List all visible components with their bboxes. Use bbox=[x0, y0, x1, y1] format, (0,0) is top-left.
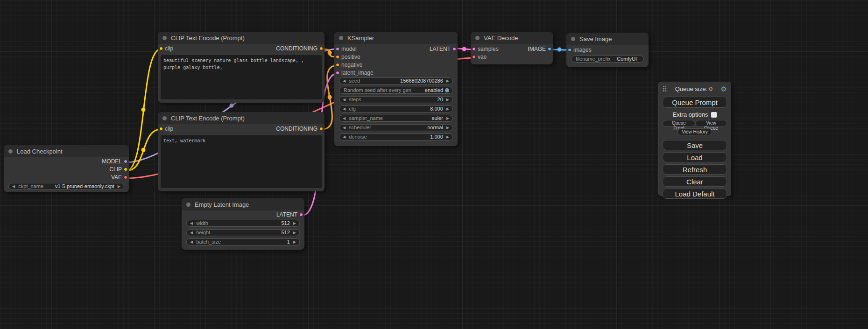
input-dot-latent-image[interactable] bbox=[336, 71, 339, 75]
node-title-bar[interactable]: Save Image bbox=[566, 33, 649, 45]
input-dot-model[interactable] bbox=[336, 47, 339, 51]
widget-seed[interactable]: ◀ seed 156680208700286 ▶ bbox=[339, 77, 453, 84]
drag-handle-icon[interactable] bbox=[663, 85, 667, 92]
collapse-dot-icon[interactable] bbox=[339, 36, 343, 40]
output-label: VAE bbox=[111, 174, 122, 181]
collapse-dot-icon[interactable] bbox=[162, 116, 167, 120]
node-title-bar[interactable]: VAE Decode bbox=[471, 32, 553, 44]
widget-sampler-name[interactable]: ◀ sampler_name euler ▶ bbox=[339, 115, 453, 122]
node-ksampler[interactable]: KSampler model LATENT positive negative … bbox=[334, 32, 458, 146]
node-title: Load Checkpoint bbox=[17, 148, 63, 155]
widget-value: normal bbox=[427, 125, 443, 130]
prompt-textarea[interactable]: beautiful scenery nature glass bottle la… bbox=[161, 55, 322, 99]
collapse-dot-icon[interactable] bbox=[571, 37, 575, 41]
input-label: negative bbox=[341, 62, 362, 68]
output-dot-conditioning[interactable] bbox=[319, 127, 323, 131]
left-arrow-icon[interactable]: ◀ bbox=[343, 126, 346, 130]
output-slot-latent: LATENT bbox=[182, 210, 304, 218]
widget-denoise[interactable]: ◀ denoise 1.000 ▶ bbox=[339, 133, 453, 140]
node-empty-latent-image[interactable]: Empty Latent Image LATENT ◀ width 512 ▶ … bbox=[182, 198, 304, 250]
left-arrow-icon[interactable]: ◀ bbox=[12, 185, 15, 189]
right-arrow-icon[interactable]: ▶ bbox=[446, 135, 449, 139]
right-arrow-icon[interactable]: ▶ bbox=[446, 107, 449, 111]
widget-cfg[interactable]: ◀ cfg 8.000 ▶ bbox=[339, 105, 453, 112]
widget-width[interactable]: ◀ width 512 ▶ bbox=[186, 220, 300, 227]
input-slot-latent-image: latent_image bbox=[334, 69, 458, 77]
widget-ckpt-name[interactable]: ◀ ckpt_name v1-5-pruned-emaonly.ckpt ▶ bbox=[8, 183, 124, 190]
node-title-bar[interactable]: KSampler bbox=[334, 32, 458, 44]
input-dot-clip[interactable] bbox=[159, 127, 163, 131]
left-arrow-icon[interactable]: ◀ bbox=[343, 117, 346, 120]
widget-value: euler bbox=[431, 116, 443, 121]
input-dot-positive[interactable] bbox=[336, 55, 339, 59]
node-title-bar[interactable]: CLIP Text Encode (Prompt) bbox=[158, 32, 325, 44]
node-clip-text-encode-negative[interactable]: CLIP Text Encode (Prompt) clip CONDITION… bbox=[158, 112, 325, 191]
node-title-bar[interactable]: Load Checkpoint bbox=[4, 145, 129, 157]
node-load-checkpoint[interactable]: Load Checkpoint MODEL CLIP VAE ◀ ckpt_na… bbox=[4, 145, 129, 192]
queue-prompt-button[interactable]: Queue Prompt bbox=[663, 97, 727, 108]
input-dot-clip[interactable] bbox=[159, 47, 163, 50]
node-vae-decode[interactable]: VAE Decode samples IMAGE vae bbox=[471, 32, 553, 64]
clear-button[interactable]: Clear bbox=[663, 176, 727, 187]
node-title: Empty Latent Image bbox=[195, 201, 249, 208]
widget-steps[interactable]: ◀ steps 20 ▶ bbox=[339, 96, 453, 103]
left-arrow-icon[interactable]: ◀ bbox=[343, 79, 346, 83]
widget-value: 512 bbox=[281, 221, 289, 226]
input-dot-negative[interactable] bbox=[336, 63, 339, 67]
left-arrow-icon[interactable]: ◀ bbox=[190, 231, 193, 235]
right-arrow-icon[interactable]: ▶ bbox=[446, 98, 449, 102]
queue-menu-panel: Queue size: 0 ⚙ Queue Prompt Extra optio… bbox=[658, 82, 731, 196]
collapse-dot-icon[interactable] bbox=[475, 36, 480, 40]
load-default-button[interactable]: Load Default bbox=[663, 189, 727, 199]
output-dot-vae[interactable] bbox=[124, 175, 127, 179]
right-arrow-icon[interactable]: ▶ bbox=[293, 222, 296, 225]
link-midpoint-dot bbox=[141, 148, 146, 152]
input-dot-vae[interactable] bbox=[472, 55, 476, 59]
view-queue-button[interactable]: View Queue bbox=[695, 120, 727, 127]
widget-height[interactable]: ◀ height 512 ▶ bbox=[186, 229, 300, 236]
output-dot-model[interactable] bbox=[124, 160, 127, 163]
right-arrow-icon[interactable]: ▶ bbox=[446, 79, 449, 83]
node-title: CLIP Text Encode (Prompt) bbox=[171, 115, 245, 122]
collapse-dot-icon[interactable] bbox=[162, 36, 167, 40]
widget-value: enabled bbox=[425, 88, 443, 93]
right-arrow-icon[interactable]: ▶ bbox=[446, 117, 449, 120]
toggle-on-icon[interactable] bbox=[445, 88, 449, 92]
widget-scheduler[interactable]: ◀ scheduler normal ▶ bbox=[339, 124, 453, 131]
input-dot-images[interactable] bbox=[568, 48, 572, 52]
settings-gear-icon[interactable]: ⚙ bbox=[721, 85, 727, 92]
right-arrow-icon[interactable]: ▶ bbox=[118, 185, 120, 189]
widget-filename-prefix[interactable]: filename_prefix ComfyUI bbox=[571, 56, 644, 63]
left-arrow-icon[interactable]: ◀ bbox=[343, 135, 346, 139]
extra-options-checkbox[interactable] bbox=[711, 112, 717, 118]
right-arrow-icon[interactable]: ▶ bbox=[446, 126, 449, 130]
node-title-bar[interactable]: CLIP Text Encode (Prompt) bbox=[158, 112, 325, 124]
output-dot-latent[interactable] bbox=[452, 47, 456, 51]
collapse-dot-icon[interactable] bbox=[186, 203, 191, 207]
output-dot-clip[interactable] bbox=[124, 168, 127, 171]
queue-front-button[interactable]: Queue Front bbox=[663, 120, 695, 127]
left-arrow-icon[interactable]: ◀ bbox=[343, 107, 346, 111]
load-button[interactable]: Load bbox=[663, 152, 727, 162]
collapse-dot-icon[interactable] bbox=[8, 149, 13, 154]
left-arrow-icon[interactable]: ◀ bbox=[343, 98, 346, 102]
output-dot-conditioning[interactable] bbox=[319, 47, 323, 50]
node-clip-text-encode-positive[interactable]: CLIP Text Encode (Prompt) clip CONDITION… bbox=[158, 32, 325, 103]
view-history-button[interactable]: View History bbox=[677, 128, 712, 135]
graph-canvas[interactable]: Load Checkpoint MODEL CLIP VAE ◀ ckpt_na… bbox=[0, 0, 868, 329]
left-arrow-icon[interactable]: ◀ bbox=[190, 222, 193, 225]
node-save-image[interactable]: Save Image images filename_prefix ComfyU… bbox=[566, 33, 649, 67]
output-dot-latent[interactable] bbox=[299, 213, 303, 217]
refresh-button[interactable]: Refresh bbox=[663, 164, 727, 175]
node-title-bar[interactable]: Empty Latent Image bbox=[182, 198, 304, 210]
save-button[interactable]: Save bbox=[663, 140, 727, 150]
widget-control-after-generate[interactable]: Random seed after every gen enabled bbox=[339, 87, 453, 94]
output-dot-image[interactable] bbox=[548, 47, 551, 51]
prompt-textarea[interactable]: text, watermark bbox=[161, 135, 322, 188]
right-arrow-icon[interactable]: ▶ bbox=[293, 231, 296, 235]
widget-batch-size[interactable]: ◀ batch_size 1 ▶ bbox=[186, 238, 300, 245]
input-dot-samples[interactable] bbox=[472, 47, 476, 51]
output-slot-clip: CLIP bbox=[4, 165, 129, 173]
left-arrow-icon[interactable]: ◀ bbox=[190, 240, 193, 244]
right-arrow-icon[interactable]: ▶ bbox=[293, 240, 296, 244]
